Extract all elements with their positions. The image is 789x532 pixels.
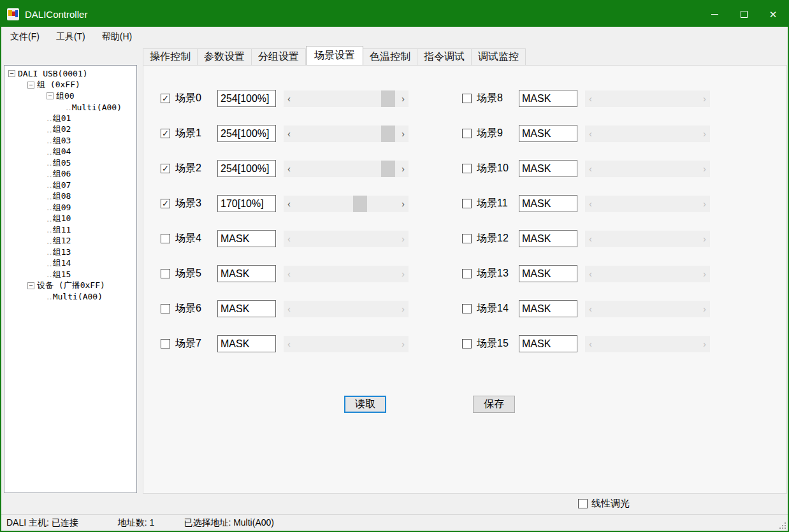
scene-checkbox[interactable] — [161, 164, 170, 173]
title-bar[interactable]: DALIController ✕ — [1, 1, 788, 27]
scene-checkbox[interactable] — [462, 339, 472, 349]
scene-checkbox[interactable] — [462, 199, 472, 208]
window-title: DALIController — [25, 9, 87, 20]
tree-collapse-icon[interactable] — [8, 70, 15, 77]
linear-dimming-option[interactable]: 线性调光 — [578, 498, 630, 510]
scroll-right-icon[interactable] — [398, 90, 409, 107]
tree-item[interactable]: ‥组15 — [4, 269, 136, 280]
scroll-left-icon[interactable] — [284, 126, 294, 142]
scene-checkbox[interactable] — [161, 94, 170, 103]
tab-5[interactable]: 指令调试 — [417, 48, 472, 65]
scene-checkbox[interactable] — [462, 94, 472, 103]
scene-checkbox[interactable] — [161, 269, 170, 278]
maximize-button[interactable] — [729, 1, 758, 27]
tab-2[interactable]: 分组设置 — [252, 48, 306, 65]
scene-level-scrollbar[interactable] — [284, 196, 409, 212]
scene-checkbox[interactable] — [462, 129, 472, 138]
scene-value-input[interactable] — [217, 90, 276, 107]
scene-checkbox[interactable] — [161, 304, 170, 313]
tree-collapse-icon[interactable] — [47, 92, 54, 99]
tab-1[interactable]: 参数设置 — [198, 48, 252, 65]
scrollbar-thumb[interactable] — [381, 90, 395, 107]
tree-item[interactable]: ‥组10 — [4, 213, 136, 225]
tree-item[interactable]: ‥Multi(A00) — [4, 291, 136, 303]
scrollbar-thumb[interactable] — [353, 196, 367, 212]
minimize-button[interactable] — [700, 1, 729, 27]
tree-collapse-icon[interactable] — [27, 82, 34, 89]
tree-item[interactable]: ‥组05 — [4, 157, 136, 169]
tree-item[interactable]: 组00 — [4, 90, 136, 102]
tree-item[interactable]: ‥组09 — [4, 202, 136, 213]
tree-collapse-icon[interactable] — [27, 282, 34, 289]
scene-checkbox[interactable] — [161, 129, 170, 138]
resize-grip-icon[interactable] — [779, 522, 786, 529]
scene-value-input[interactable] — [519, 300, 577, 317]
scroll-left-icon — [284, 301, 294, 317]
scene-level-scrollbar[interactable] — [284, 126, 409, 142]
scene-value-input[interactable] — [217, 230, 276, 247]
tree-item[interactable]: ‥组08 — [4, 191, 136, 203]
scene-value-input[interactable] — [217, 300, 276, 317]
linear-dimming-checkbox[interactable] — [578, 499, 588, 508]
scene-checkbox[interactable] — [462, 304, 472, 313]
scene-checkbox[interactable] — [462, 269, 472, 278]
scene-value-input[interactable] — [519, 125, 577, 142]
tree-item[interactable]: ‥组04 — [4, 147, 136, 158]
tree-item[interactable]: ‥组14 — [4, 258, 136, 270]
scene-value-input[interactable] — [217, 195, 276, 212]
scene-value-input[interactable] — [217, 160, 276, 177]
scene-value-input[interactable] — [519, 230, 577, 247]
scroll-left-icon[interactable] — [284, 90, 294, 107]
scene-checkbox[interactable] — [161, 234, 170, 243]
scene-checkbox[interactable] — [462, 234, 472, 243]
scroll-right-icon[interactable] — [398, 161, 409, 177]
scene-value-input[interactable] — [519, 160, 577, 177]
menu-help[interactable]: 帮助(H) — [94, 29, 140, 45]
tab-6[interactable]: 调试监控 — [472, 48, 526, 65]
save-button[interactable]: 保存 — [473, 396, 515, 413]
tree-item[interactable]: ‥组01 — [4, 113, 136, 124]
scene-value-input[interactable] — [217, 265, 276, 282]
tree-connector: ‥ — [47, 203, 52, 212]
menu-file[interactable]: 文件(F) — [3, 29, 47, 45]
read-button[interactable]: 读取 — [344, 396, 386, 413]
scroll-right-icon — [699, 161, 710, 177]
tree-item[interactable]: ‥组11 — [4, 224, 136, 236]
scroll-right-icon[interactable] — [398, 196, 409, 212]
scene-value-input[interactable] — [519, 195, 577, 212]
scrollbar-thumb[interactable] — [381, 126, 395, 142]
scene-value-input[interactable] — [217, 125, 276, 142]
scene-level-scrollbar[interactable] — [284, 90, 409, 107]
tab-3[interactable]: 场景设置 — [306, 46, 363, 65]
scene-level-scrollbar[interactable] — [284, 161, 409, 177]
tree-item-label: 组13 — [53, 247, 71, 258]
scene-value-input[interactable] — [519, 90, 577, 107]
scene-value-input[interactable] — [519, 265, 577, 282]
scene-value-input[interactable] — [519, 335, 577, 352]
tree-item[interactable]: ‥组03 — [4, 135, 136, 147]
tree-item[interactable]: ‥组02 — [4, 124, 136, 136]
scroll-right-icon — [699, 231, 710, 247]
tree-item[interactable]: ‥组06 — [4, 169, 136, 180]
device-tree: DALI USB(0001)组 (0xFF)组00‥Multi(A00)‥组01… — [4, 65, 137, 493]
tab-0[interactable]: 操作控制 — [143, 48, 198, 65]
scrollbar-thumb[interactable] — [381, 161, 395, 177]
tree-item[interactable]: ‥Multi(A00) — [4, 102, 136, 113]
scene-row: 场景13 — [462, 265, 710, 282]
menu-tools[interactable]: 工具(T) — [48, 29, 93, 45]
tab-4[interactable]: 色温控制 — [363, 48, 417, 65]
tree-item[interactable]: ‥组07 — [4, 180, 136, 191]
tree-item[interactable]: DALI USB(0001) — [4, 68, 136, 80]
tree-item[interactable]: ‥组12 — [4, 236, 136, 247]
scene-checkbox[interactable] — [161, 199, 170, 208]
scroll-left-icon[interactable] — [284, 161, 294, 177]
tree-item[interactable]: 设备 (广播0xFF) — [4, 280, 136, 292]
scene-checkbox[interactable] — [462, 164, 472, 173]
scroll-right-icon[interactable] — [398, 126, 409, 142]
scene-value-input[interactable] — [217, 335, 276, 352]
scroll-left-icon[interactable] — [284, 196, 294, 212]
scene-checkbox[interactable] — [161, 339, 170, 349]
tree-item[interactable]: ‥组13 — [4, 247, 136, 258]
tree-item[interactable]: 组 (0xFF) — [4, 80, 136, 91]
close-button[interactable]: ✕ — [758, 1, 788, 27]
